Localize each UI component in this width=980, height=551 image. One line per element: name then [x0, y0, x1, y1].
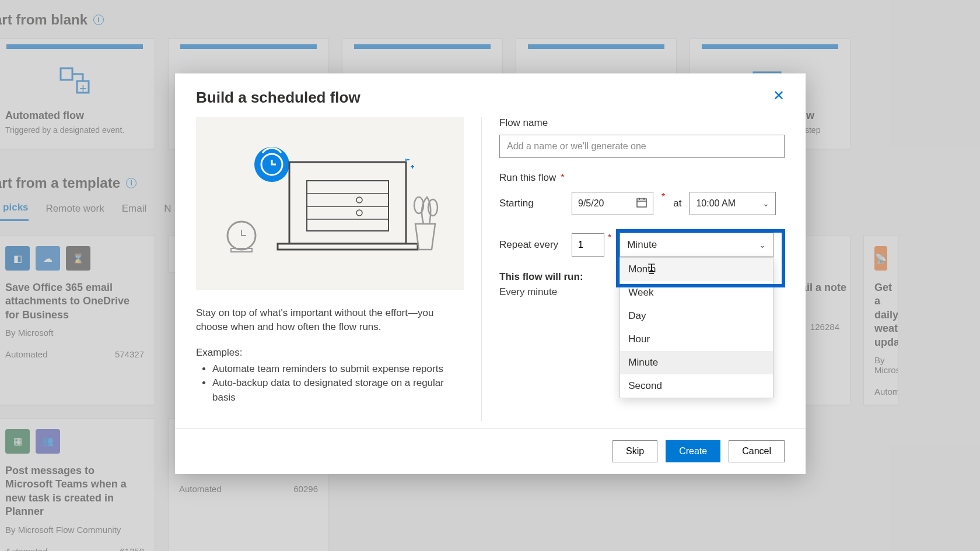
time-value: 10:00 AM	[696, 198, 736, 209]
modal-title: Build a scheduled flow	[196, 89, 360, 107]
illustration	[196, 117, 464, 290]
svg-rect-14	[278, 244, 418, 250]
unit-option-month[interactable]: Month	[620, 258, 773, 281]
flow-name-label: Flow name	[499, 117, 785, 129]
unit-dropdown: Month Week Day Hour Minute Second	[620, 257, 774, 398]
chevron-down-icon: ⌄	[762, 199, 769, 208]
required-star: *	[561, 172, 565, 183]
chevron-down-icon: ⌄	[759, 240, 766, 250]
start-time-input[interactable]: 10:00 AM ⌄	[690, 192, 776, 215]
required-star: *	[662, 192, 665, 202]
run-flow-label: Run this flow	[499, 172, 556, 183]
start-date-input[interactable]: 9/5/20	[572, 192, 653, 215]
date-value: 9/5/20	[578, 198, 604, 209]
required-star: *	[608, 233, 611, 243]
modal-description: Stay on top of what's important without …	[196, 306, 464, 334]
unit-option-minute[interactable]: Minute	[620, 351, 773, 374]
create-button[interactable]: Create	[666, 440, 720, 462]
unit-option-week[interactable]: Week	[620, 281, 773, 304]
example-item: Auto-backup data to designated storage o…	[212, 376, 464, 405]
flow-name-input[interactable]	[499, 135, 785, 158]
repeat-unit-select[interactable]: Minute ⌄	[620, 233, 774, 257]
example-item: Automate team reminders to submit expens…	[212, 362, 464, 377]
calendar-icon	[636, 197, 647, 210]
repeat-label: Repeat every	[499, 239, 564, 251]
skip-button[interactable]: Skip	[612, 440, 657, 462]
starting-label: Starting	[499, 198, 564, 209]
unit-option-day[interactable]: Day	[620, 304, 773, 328]
cursor-icon	[646, 263, 657, 279]
repeat-unit-value: Minute	[627, 239, 657, 251]
svg-point-18	[428, 199, 438, 216]
cancel-button[interactable]: Cancel	[729, 440, 785, 462]
examples-label: Examples:	[196, 347, 464, 359]
repeat-count-input[interactable]	[572, 233, 604, 257]
close-button[interactable]: ✕	[773, 89, 785, 103]
svg-rect-19	[637, 199, 646, 207]
unit-option-hour[interactable]: Hour	[620, 328, 773, 351]
scheduled-flow-modal: Build a scheduled flow ✕	[175, 73, 806, 474]
at-label: at	[673, 198, 681, 209]
unit-option-second[interactable]: Second	[620, 374, 773, 398]
